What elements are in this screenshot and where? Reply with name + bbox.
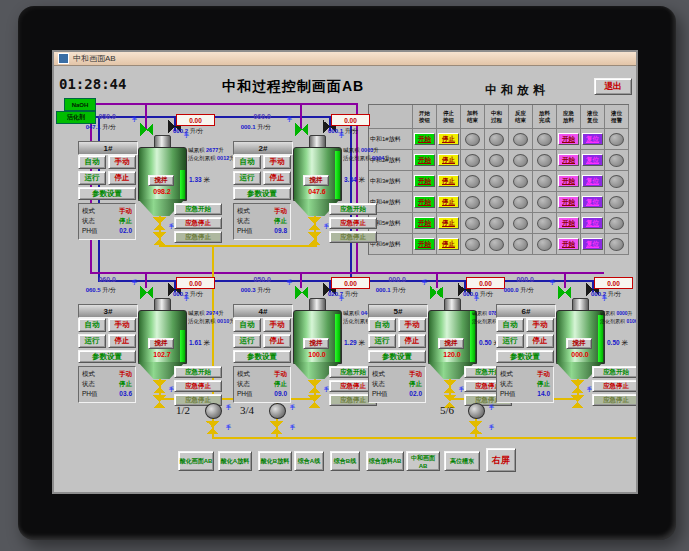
stop-button[interactable]: 停止 — [263, 334, 291, 348]
auto-button[interactable]: 自动 — [233, 155, 261, 169]
emergency-discharge-button[interactable]: 开始 — [558, 238, 579, 250]
nav-acidify-b-discharge-button[interactable]: 酸化B放料 — [258, 451, 292, 471]
manual-button[interactable]: 手动 — [108, 155, 136, 169]
manual-button[interactable]: 手动 — [108, 318, 136, 332]
params-button[interactable]: 参数设置 — [78, 350, 136, 363]
run-button[interactable]: 运行 — [233, 171, 261, 185]
emergency-stop-button[interactable]: 应急停止 — [174, 380, 222, 392]
discharge-valve-icon[interactable] — [153, 232, 166, 245]
params-button[interactable]: 参数设置 — [233, 350, 291, 363]
emergency-start-button[interactable]: 应急开始 — [174, 366, 222, 378]
stir-button[interactable]: 搅拌 — [148, 338, 174, 349]
run-button[interactable]: 运行 — [78, 171, 106, 185]
level-reset-button[interactable]: 复位 — [582, 175, 603, 187]
emergency-stop-button-2[interactable]: 应急停止 — [329, 231, 377, 243]
emergency-stop-button[interactable]: 应急停止 — [592, 380, 636, 392]
emergency-discharge-button[interactable]: 开始 — [558, 175, 579, 187]
emergency-discharge-button[interactable]: 开始 — [558, 196, 579, 208]
emergency-stop-button[interactable]: 应急停止 — [174, 217, 222, 229]
stir-button[interactable]: 搅拌 — [303, 175, 329, 186]
params-button[interactable]: 参数设置 — [496, 350, 554, 363]
discharge-valve-icon[interactable] — [308, 232, 321, 245]
emergency-stop-button[interactable]: 应急停止 — [329, 217, 377, 229]
nav-combined-a-line-button[interactable]: 综合A线 — [294, 451, 324, 471]
params-button[interactable]: 参数设置 — [233, 187, 291, 200]
discharge-valve-icon[interactable] — [571, 395, 584, 408]
level-reset-button[interactable]: 复位 — [582, 133, 603, 145]
nav-combined-b-line-button[interactable]: 综合B线 — [330, 451, 360, 471]
manual-button[interactable]: 手动 — [263, 155, 291, 169]
stir-button[interactable]: 搅拌 — [303, 338, 329, 349]
stop-button[interactable]: 停止 — [438, 238, 459, 250]
manual-button[interactable]: 手动 — [263, 318, 291, 332]
start-button[interactable]: 开始 — [414, 238, 435, 250]
pump-valve-icon[interactable] — [270, 421, 283, 434]
pump-icon[interactable] — [468, 403, 485, 419]
run-button[interactable]: 运行 — [78, 334, 106, 348]
stop-button[interactable]: 停止 — [526, 334, 554, 348]
emergency-discharge-button[interactable]: 开始 — [558, 154, 579, 166]
auto-button[interactable]: 自动 — [368, 318, 396, 332]
nav-neutralize-screen-button[interactable]: 中和画面AB — [406, 451, 440, 471]
nav-head-tank-button[interactable]: 高位槽东 — [444, 451, 480, 471]
start-button[interactable]: 开始 — [414, 133, 435, 145]
discharge-valve-icon[interactable] — [153, 380, 166, 393]
pump-valve-icon[interactable] — [206, 421, 219, 434]
auto-button[interactable]: 自动 — [78, 318, 106, 332]
emergency-discharge-button[interactable]: 开始 — [558, 133, 579, 145]
emergency-discharge-button[interactable]: 开始 — [558, 217, 579, 229]
stir-button[interactable]: 搅拌 — [438, 338, 464, 349]
manual-button[interactable]: 手动 — [526, 318, 554, 332]
discharge-valve-icon[interactable] — [571, 380, 584, 393]
stir-button[interactable]: 搅拌 — [566, 338, 592, 349]
start-button[interactable]: 开始 — [414, 154, 435, 166]
reactor-id: 1# — [78, 141, 138, 155]
params-button[interactable]: 参数设置 — [78, 187, 136, 200]
stop-button[interactable]: 停止 — [438, 217, 459, 229]
run-button[interactable]: 运行 — [233, 334, 261, 348]
stop-button[interactable]: 停止 — [263, 171, 291, 185]
nav-combined-discharge-button[interactable]: 综合放料AB — [366, 451, 404, 471]
discharge-valve-icon[interactable] — [153, 217, 166, 230]
level-reset-button[interactable]: 复位 — [582, 238, 603, 250]
right-screen-button[interactable]: 右屏 — [486, 448, 516, 472]
stir-button[interactable]: 搅拌 — [148, 175, 174, 186]
stop-button[interactable]: 停止 — [438, 154, 459, 166]
stop-button[interactable]: 停止 — [108, 171, 136, 185]
emergency-start-button[interactable]: 应急开始 — [329, 203, 377, 215]
emergency-stop-button-2[interactable]: 应急停止 — [592, 394, 636, 406]
auto-button[interactable]: 自动 — [78, 155, 106, 169]
remote-setpoint: 0.00 — [331, 114, 370, 126]
discharge-valve-icon[interactable] — [308, 395, 321, 408]
pump-icon[interactable] — [205, 403, 222, 419]
exit-button[interactable]: 退出 — [594, 78, 632, 95]
auto-button[interactable]: 自动 — [233, 318, 261, 332]
stop-button[interactable]: 停止 — [438, 196, 459, 208]
manual-button[interactable]: 手动 — [398, 318, 426, 332]
auto-button[interactable]: 自动 — [496, 318, 524, 332]
emergency-stop-button-2[interactable]: 应急停止 — [174, 231, 222, 243]
nav-acidify-a-discharge-button[interactable]: 酸化A放料 — [218, 451, 252, 471]
start-button[interactable]: 开始 — [414, 196, 435, 208]
nav-acidify-screen-button[interactable]: 酸化画面AB — [178, 451, 214, 471]
stop-button[interactable]: 停止 — [108, 334, 136, 348]
discharge-valve-icon[interactable] — [308, 217, 321, 230]
level-reset-button[interactable]: 复位 — [582, 196, 603, 208]
stop-button[interactable]: 停止 — [398, 334, 426, 348]
discharge-valve-icon[interactable] — [443, 380, 456, 393]
run-button[interactable]: 运行 — [368, 334, 396, 348]
discharge-valve-icon[interactable] — [153, 395, 166, 408]
start-button[interactable]: 开始 — [414, 175, 435, 187]
start-button[interactable]: 开始 — [414, 217, 435, 229]
stop-button[interactable]: 停止 — [438, 175, 459, 187]
level-reset-button[interactable]: 复位 — [582, 154, 603, 166]
pump-valve-icon[interactable] — [469, 421, 482, 434]
level-reset-button[interactable]: 复位 — [582, 217, 603, 229]
emergency-start-button[interactable]: 应急开始 — [592, 366, 636, 378]
emergency-start-button[interactable]: 应急开始 — [174, 203, 222, 215]
run-button[interactable]: 运行 — [496, 334, 524, 348]
stop-button[interactable]: 停止 — [438, 133, 459, 145]
discharge-valve-icon[interactable] — [308, 380, 321, 393]
pump-icon[interactable] — [269, 403, 286, 419]
params-button[interactable]: 参数设置 — [368, 350, 426, 363]
